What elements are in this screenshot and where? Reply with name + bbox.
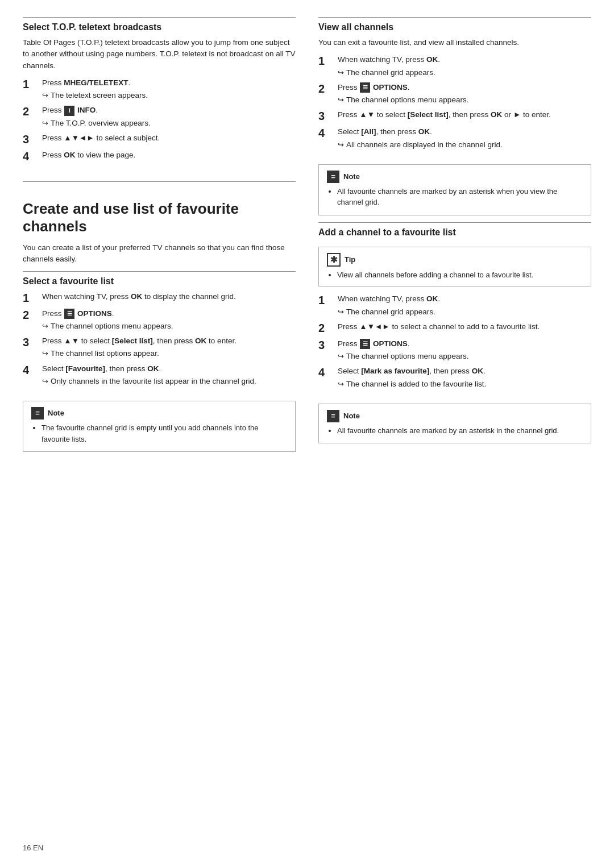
note-label-view-all: Note xyxy=(343,171,360,182)
add-fav-step-3-text: Press ☰ OPTIONS. xyxy=(338,338,468,350)
step-num-3: 3 xyxy=(23,132,39,146)
tip-list-add-fav: View all channels before adding a channe… xyxy=(327,269,583,281)
info-icon: i xyxy=(64,106,74,116)
step-1-text: Press MHEG/TELETEXT. xyxy=(42,77,148,89)
view-step-1-result: ↪ The channel grid appears. xyxy=(338,67,440,78)
fav-step-1-text: When watching TV, press OK to display th… xyxy=(42,291,236,302)
fav-step-4-text: Select [Favourite], then press OK. xyxy=(42,363,256,375)
add-fav-step-2-text: Press ▲▼◄► to select a channel to add to… xyxy=(338,321,540,333)
add-fav-step-4-result: ↪ The channel is added to the favourite … xyxy=(338,379,486,390)
view-step-4: 4 Select [All], then press OK. ↪ All cha… xyxy=(318,126,591,151)
note-header-view-all: = Note xyxy=(327,171,583,183)
section-title-add-fav: Add a channel to a favourite list xyxy=(318,227,591,238)
add-fav-step-num-4: 4 xyxy=(318,366,334,379)
arrow-add-3: ↪ xyxy=(338,351,344,362)
view-step-num-3: 3 xyxy=(318,109,334,123)
note-box-fav-list: = Note The favourite channel grid is emp… xyxy=(23,401,296,452)
fav-step-4-result: ↪ Only channels in the favourite list ap… xyxy=(42,376,256,387)
tip-star-icon: ✱ xyxy=(327,253,341,267)
view-step-num-2: 2 xyxy=(318,82,334,95)
view-step-2-result: ↪ The channel options menu appears. xyxy=(338,94,468,106)
add-fav-step-2: 2 Press ▲▼◄► to select a channel to add … xyxy=(318,321,591,335)
add-fav-step-num-3: 3 xyxy=(318,338,334,352)
arrow-view-4: ↪ xyxy=(338,139,344,151)
fav-step-3-text: Press ▲▼ to select [Select list], then p… xyxy=(42,335,237,347)
right-column: View all channels You can exit a favouri… xyxy=(318,17,591,845)
add-fav-step-num-2: 2 xyxy=(318,321,334,335)
fav-step-4: 4 Select [Favourite], then press OK. ↪ O… xyxy=(23,363,296,388)
note-item-fav-1: The favourite channel grid is empty unti… xyxy=(42,422,287,445)
fav-step-num-4: 4 xyxy=(23,363,39,377)
top-teletext-intro: Table Of Pages (T.O.P.) teletext broadca… xyxy=(23,37,296,72)
arrow-fav-4: ↪ xyxy=(42,376,48,387)
view-step-1: 1 When watching TV, press OK. ↪ The chan… xyxy=(318,54,591,78)
step-2-text: Press i INFO. xyxy=(42,105,151,116)
view-step-2: 2 Press ☰ OPTIONS. ↪ The channel options… xyxy=(318,82,591,106)
arrow-view-2: ↪ xyxy=(338,94,344,106)
view-all-steps: 1 When watching TV, press OK. ↪ The chan… xyxy=(318,54,591,154)
step-2-top: 2 Press i INFO. ↪ The T.O.P. overview ap… xyxy=(23,105,296,129)
arrow-fav-3: ↪ xyxy=(42,348,48,359)
step-1-result: ↪ The teletext screen appears. xyxy=(42,90,148,101)
view-step-2-text: Press ☰ OPTIONS. xyxy=(338,82,468,93)
fav-step-num-1: 1 xyxy=(23,291,39,305)
options-icon-right-3: ☰ xyxy=(360,339,370,349)
section-rule-add-fav xyxy=(318,222,591,223)
view-step-4-text: Select [All], then press OK. xyxy=(338,126,503,138)
note-list-fav-list: The favourite channel grid is empty unti… xyxy=(31,422,287,445)
add-fav-step-4-text: Select [Mark as favourite], then press O… xyxy=(338,366,486,377)
step-1-top: 1 Press MHEG/TELETEXT. ↪ The teletext sc… xyxy=(23,77,296,102)
add-fav-step-3-result: ↪ The channel options menu appears. xyxy=(338,351,468,362)
view-step-4-result: ↪ All channels are displayed in the chan… xyxy=(338,139,503,151)
fav-step-3: 3 Press ▲▼ to select [Select list], then… xyxy=(23,335,296,360)
section-title-select-fav: Select a favourite list xyxy=(23,276,296,286)
step-3-top: 3 Press ▲▼◄► to select a subject. xyxy=(23,132,296,146)
view-step-num-4: 4 xyxy=(318,126,334,140)
note-box-view-all: = Note All favourite channels are marked… xyxy=(318,164,591,215)
section-title-top-teletext: Select T.O.P. teletext broadcasts xyxy=(23,22,296,32)
add-fav-step-1-result: ↪ The channel grid appears. xyxy=(338,306,440,318)
view-step-3: 3 Press ▲▼ to select [Select list], then… xyxy=(318,109,591,123)
view-step-num-1: 1 xyxy=(318,54,334,68)
add-fav-step-1: 1 When watching TV, press OK. ↪ The chan… xyxy=(318,293,591,318)
step-num-1: 1 xyxy=(23,77,39,91)
section-title-view-all: View all channels xyxy=(318,22,591,32)
step-num-2: 2 xyxy=(23,105,39,118)
add-fav-step-1-text: When watching TV, press OK. xyxy=(338,293,440,305)
left-column: Select T.O.P. teletext broadcasts Table … xyxy=(23,17,296,845)
arrow-fav-2: ↪ xyxy=(42,321,48,332)
view-all-intro: You can exit a favourite list, and view … xyxy=(318,37,591,48)
section-rule-1 xyxy=(23,17,296,18)
step-num-4: 4 xyxy=(23,149,39,163)
note-label-add-fav: Note xyxy=(343,410,360,422)
note-list-view-all: All favourite channels are marked by an … xyxy=(327,186,583,208)
tip-header-add-fav: ✱ Tip xyxy=(327,253,583,267)
fav-step-2-text: Press ☰ OPTIONS. xyxy=(42,308,173,319)
note-icon-view-all: = xyxy=(327,171,339,183)
note-box-add-fav: = Note All favourite channels are marked… xyxy=(318,404,591,444)
step-2-result: ↪ The T.O.P. overview appears. xyxy=(42,118,151,129)
section-rule-view-all xyxy=(318,17,591,18)
main-section-intro: You can create a list of your preferred … xyxy=(23,242,296,265)
main-section-title: Create and use list of favourite channel… xyxy=(23,200,296,235)
note-item-view-1: All favourite channels are marked by an … xyxy=(337,186,583,208)
fav-step-num-3: 3 xyxy=(23,335,39,349)
note-icon-fav-list: = xyxy=(31,407,44,420)
add-fav-step-num-1: 1 xyxy=(318,293,334,307)
arrow-view-1: ↪ xyxy=(338,67,344,78)
select-fav-steps: 1 When watching TV, press OK to display … xyxy=(23,291,296,391)
arrow-2: ↪ xyxy=(42,118,48,129)
fav-step-num-2: 2 xyxy=(23,308,39,322)
step-4-top: 4 Press OK to view the page. xyxy=(23,149,296,163)
step-4-text: Press OK to view the page. xyxy=(42,149,135,161)
view-step-3-text: Press ▲▼ to select [Select list], then p… xyxy=(338,109,551,121)
fav-step-2-result: ↪ The channel options menu appears. xyxy=(42,321,173,332)
fav-step-2: 2 Press ☰ OPTIONS. ↪ The channel options… xyxy=(23,308,296,333)
page-footer: 16 EN xyxy=(23,844,43,852)
add-fav-step-4: 4 Select [Mark as favourite], then press… xyxy=(318,366,591,390)
note-list-add-fav: All favourite channels are marked by an … xyxy=(327,425,583,437)
tip-label-add-fav: Tip xyxy=(345,254,355,265)
view-step-1-text: When watching TV, press OK. xyxy=(338,54,440,65)
main-section-divider xyxy=(23,181,296,182)
arrow-add-4: ↪ xyxy=(338,379,344,390)
